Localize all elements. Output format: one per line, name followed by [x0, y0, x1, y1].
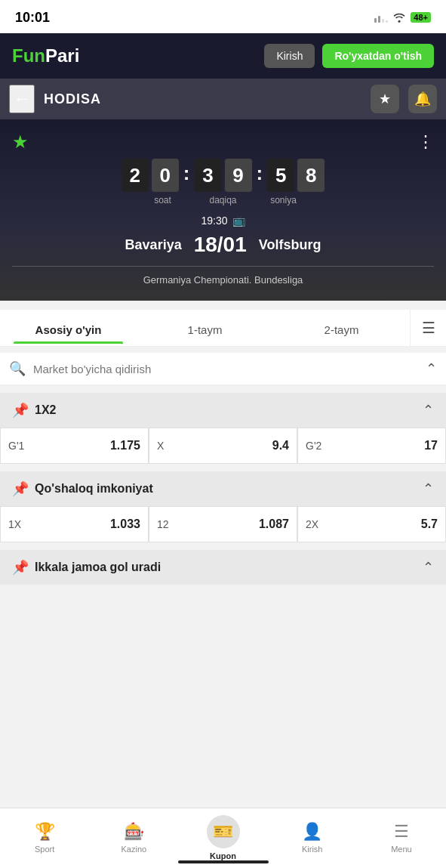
bet-option-2x[interactable]: 2X 5.7	[297, 506, 446, 542]
logo-white: Pari	[45, 45, 79, 66]
notification-button[interactable]: 🔔	[408, 85, 437, 113]
favorite-button[interactable]: ★	[371, 85, 399, 113]
status-icons: 48+	[374, 12, 431, 23]
chevron-dc[interactable]: ⌃	[423, 480, 434, 497]
bet-options-1x2: G'1 1.175 X 9.4 G'2 17	[0, 428, 446, 464]
kazino-icon: 🎰	[124, 822, 144, 842]
bet-section-bs-header: 📌 Ikkala jamoa gol uradi ⌃	[0, 550, 446, 585]
expand-icon[interactable]: ⌃	[426, 360, 437, 377]
menu-icon: ☰	[394, 822, 409, 842]
page-title: HODISA	[44, 91, 361, 107]
kirish-label: Kirish	[302, 845, 323, 854]
bet-label-g2: G'2	[306, 440, 321, 452]
app-header: FunPari Kirish Ro'yxatdan o'tish	[0, 33, 446, 79]
kirish-icon: 👤	[302, 822, 322, 842]
section-dc-label: Qo'shaloq imkoniyat	[35, 482, 153, 496]
bet-label-g1: G'1	[8, 440, 24, 452]
chevron-1x2[interactable]: ⌃	[423, 402, 434, 419]
svg-rect-1	[378, 16, 380, 23]
match-time-row: 19:30 📺	[12, 215, 434, 227]
bet-option-g2[interactable]: G'2 17	[297, 428, 446, 464]
search-input[interactable]	[33, 363, 418, 375]
hour-digit-2: 0	[152, 159, 179, 192]
hour-digit-1: 2	[121, 159, 149, 192]
match-time: 19:30	[201, 215, 227, 227]
match-hero: ★ ⋮ 2 0 : 3 9 : 5 8 soat daqiqa soniya 1…	[0, 119, 446, 301]
battery-badge: 48+	[411, 12, 431, 23]
register-button[interactable]: Ro'yxatdan o'tish	[322, 44, 434, 68]
minutes-label: daqiqa	[195, 195, 252, 205]
svg-rect-0	[374, 18, 377, 23]
minute-digit-1: 3	[195, 159, 222, 192]
home-indicator	[178, 860, 269, 863]
second-digit-1: 5	[267, 159, 294, 192]
match-teams: Bavariya 18/01 Volfsburg	[12, 233, 434, 257]
tab-main-game[interactable]: Asosiy o'yin	[0, 313, 137, 344]
status-time: 10:01	[15, 10, 50, 26]
nav-item-kazino[interactable]: 🎰 Kazino	[89, 816, 178, 854]
kazino-label: Kazino	[121, 845, 146, 854]
more-options-icon[interactable]: ⋮	[417, 132, 434, 152]
bet-option-g1[interactable]: G'1 1.175	[0, 428, 149, 464]
pin-icon-bs: 📌	[12, 559, 29, 576]
match-league: Germaniya Chempionati. Bundesliga	[12, 274, 434, 286]
bet-value-12: 1.087	[259, 517, 289, 531]
bet-section-1x2-header: 📌 1X2 ⌃	[0, 393, 446, 428]
bet-section-double-chance: 📌 Qo'shaloq imkoniyat ⌃ 1X 1.033 12 1.08…	[0, 471, 446, 542]
section-bs-label: Ikkala jamoa gol uradi	[35, 561, 161, 574]
bet-section-dc-title: 📌 Qo'shaloq imkoniyat	[12, 480, 153, 497]
bet-section-1x2: 📌 1X2 ⌃ G'1 1.175 X 9.4 G'2 17	[0, 393, 446, 464]
bet-section-1x2-title: 📌 1X2	[12, 402, 56, 419]
tab-first-half[interactable]: 1-taym	[137, 313, 273, 344]
match-favorite-icon[interactable]: ★	[12, 131, 29, 153]
bet-option-x[interactable]: X 9.4	[149, 428, 297, 464]
status-bar: 10:01 48+	[0, 0, 446, 33]
bet-section-dc-header: 📌 Qo'shaloq imkoniyat ⌃	[0, 471, 446, 506]
sport-icon: 🏆	[35, 822, 55, 842]
tv-icon: 📺	[232, 215, 245, 227]
match-score: 18/01	[194, 233, 247, 257]
app-logo: FunPari	[12, 45, 79, 66]
nav-item-menu[interactable]: ☰ Menu	[357, 816, 446, 854]
bet-options-dc: 1X 1.033 12 1.087 2X 5.7	[0, 506, 446, 542]
chevron-bs[interactable]: ⌃	[423, 559, 434, 576]
kupon-icon-circle: 🎫	[207, 815, 240, 848]
bet-option-1x[interactable]: 1X 1.033	[0, 506, 149, 542]
page-header: ← HODISA ★ 🔔	[0, 79, 446, 119]
pin-icon-dc: 📌	[12, 480, 29, 497]
svg-rect-2	[382, 19, 384, 23]
team1-name: Bavariya	[125, 237, 182, 253]
bet-label-12: 12	[157, 518, 169, 530]
menu-label: Menu	[391, 845, 412, 854]
login-button[interactable]: Kirish	[264, 44, 315, 68]
tab-menu-button[interactable]: ☰	[410, 310, 446, 346]
hours-label: soat	[134, 195, 192, 205]
header-buttons: Kirish Ro'yxatdan o'tish	[264, 44, 434, 68]
content-area: Asosiy o'yin 1-taym 2-taym ☰ 🔍 ⌃ 📌 1X2 ⌃	[0, 310, 446, 653]
bet-section-bs-title: 📌 Ikkala jamoa gol uradi	[12, 559, 161, 576]
search-icon: 🔍	[9, 360, 26, 377]
bet-value-2x: 5.7	[421, 517, 438, 531]
bet-value-g1: 1.175	[110, 439, 140, 453]
nav-item-kupon[interactable]: 🎫 Kupon	[178, 809, 267, 860]
tabs-row: Asosiy o'yin 1-taym 2-taym ☰	[0, 310, 446, 347]
section-1x2-label: 1X2	[35, 403, 56, 417]
colon-1: :	[183, 162, 190, 190]
bet-option-12[interactable]: 12 1.087	[149, 506, 297, 542]
kupon-label: Kupon	[210, 851, 236, 860]
minute-digit-2: 9	[225, 159, 252, 192]
search-bar: 🔍 ⌃	[0, 353, 446, 385]
time-labels-row: soat daqiqa soniya	[12, 195, 434, 205]
second-digit-2: 8	[297, 159, 325, 192]
tab-second-half[interactable]: 2-taym	[273, 313, 410, 344]
back-button[interactable]: ←	[9, 85, 35, 113]
colon-2: :	[257, 162, 263, 190]
match-divider	[12, 266, 434, 267]
wifi-icon	[392, 12, 406, 23]
svg-rect-3	[386, 20, 388, 23]
nav-item-sport[interactable]: 🏆 Sport	[0, 816, 89, 854]
bet-label-1x: 1X	[8, 518, 21, 530]
tabs-section: Asosiy o'yin 1-taym 2-taym ☰	[0, 310, 446, 347]
nav-item-kirish[interactable]: 👤 Kirish	[268, 816, 357, 854]
sport-label: Sport	[35, 845, 54, 854]
